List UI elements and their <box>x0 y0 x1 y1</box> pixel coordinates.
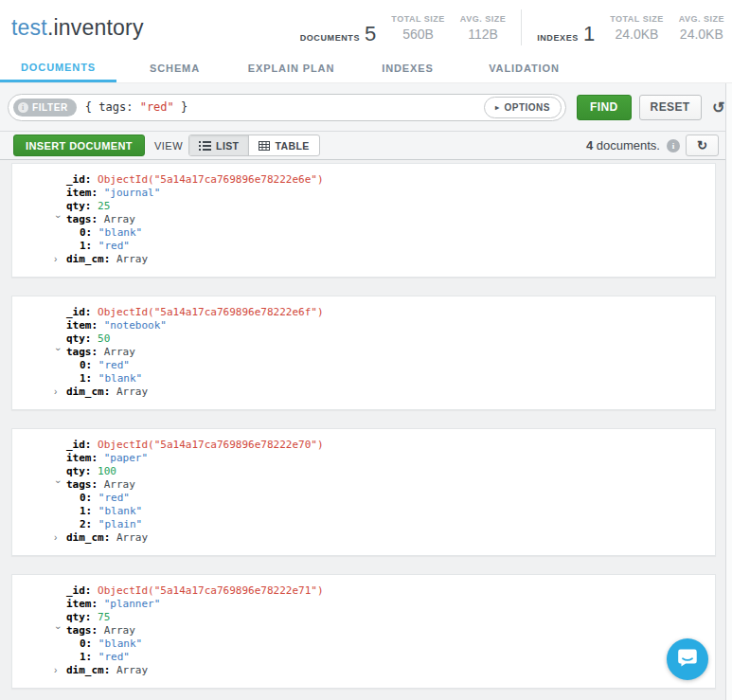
collapse-arrow-icon[interactable]: › <box>51 480 64 490</box>
page-title: test.inventory <box>11 15 144 41</box>
field-key: 0: <box>80 637 92 650</box>
field-key: 0: <box>80 359 92 371</box>
collection-header: test.inventory DOCUMENTS 5 TOTAL SIZE 56… <box>0 0 732 55</box>
collapse-arrow-icon[interactable]: › <box>51 215 64 224</box>
field-value-string[interactable]: "journal" <box>98 187 160 199</box>
field-value-array[interactable]: Array <box>98 624 135 637</box>
options-toggle-button[interactable]: ▸ OPTIONS <box>484 97 562 118</box>
field-value-array[interactable]: Array <box>110 386 148 398</box>
document-line: 0: "blank" <box>12 637 715 651</box>
view-list-button[interactable]: LIST <box>189 135 248 155</box>
vertical-scrollbar[interactable] <box>725 83 732 700</box>
field-value-array[interactable]: Array <box>110 531 148 544</box>
indexes-avg-size: 24.0KB <box>679 27 724 42</box>
document-line: ›dim_cm: Array <box>12 664 715 677</box>
collapse-arrow-icon[interactable]: › <box>51 626 64 636</box>
field-key: tags: <box>66 213 98 225</box>
field-key: dim_cm: <box>66 386 110 398</box>
document-line: 1: "blank" <box>12 505 715 518</box>
tab-documents[interactable]: DOCUMENTS <box>0 55 116 82</box>
document-line: 1: "blank" <box>12 372 715 386</box>
field-value-string[interactable]: "plain" <box>92 518 142 530</box>
field-key: _id: <box>66 439 92 451</box>
indexes-avg-size-label: AVG. SIZE <box>679 14 724 24</box>
field-value-number[interactable]: 50 <box>92 332 111 345</box>
indexes-total-size-label: TOTAL SIZE <box>610 14 664 24</box>
filter-query-text: { tags: "red" } <box>85 100 187 114</box>
field-value-array[interactable]: Array <box>110 253 148 265</box>
documents-toolbar: INSERT DOCUMENT VIEW LIST TABLE 4 docume… <box>0 132 732 160</box>
document-line: ›tags: Array <box>12 478 715 492</box>
field-key: qty: <box>66 332 92 345</box>
filter-query-input[interactable]: i FILTER { tags: "red" } ▸ OPTIONS <box>8 94 566 121</box>
field-value-objectid[interactable]: ObjectId("5a14a17ca769896e78222e70") <box>92 439 324 451</box>
chat-bubble-icon <box>676 646 699 673</box>
field-value-array[interactable]: Array <box>110 664 148 676</box>
field-key: _id: <box>66 306 92 318</box>
field-value-objectid[interactable]: ObjectId("5a14a17ca769896e78222e6e") <box>92 173 324 186</box>
document-line: 1: "red" <box>12 240 715 253</box>
find-button[interactable]: FIND <box>577 95 632 120</box>
document-line: item: "planner" <box>12 598 715 611</box>
field-key: 1: <box>80 372 92 385</box>
document-line: item: "paper" <box>12 452 715 465</box>
chat-widget-button[interactable] <box>667 638 708 680</box>
field-value-number[interactable]: 100 <box>92 465 117 477</box>
field-value-string[interactable]: "blank" <box>92 226 142 239</box>
field-key: 0: <box>80 226 92 239</box>
query-history-icon[interactable]: ↻ <box>712 99 724 117</box>
field-value-string[interactable]: "red" <box>92 359 130 371</box>
field-value-array[interactable]: Array <box>98 346 135 358</box>
document-line: ›dim_cm: Array <box>12 531 715 545</box>
field-value-string[interactable]: "planner" <box>98 598 160 610</box>
tab-indexes[interactable]: INDEXES <box>349 55 466 82</box>
document-line: ›dim_cm: Array <box>12 253 715 266</box>
document-line: _id: ObjectId("5a14a17ca769896e78222e6e"… <box>12 173 715 187</box>
document-line: _id: ObjectId("5a14a17ca769896e78222e6f"… <box>12 306 715 319</box>
document-line: item: "notebook" <box>12 319 715 332</box>
expand-arrow-icon[interactable]: › <box>54 531 63 545</box>
expand-arrow-icon[interactable]: › <box>54 386 63 399</box>
field-value-array[interactable]: Array <box>98 478 135 491</box>
document-line: item: "journal" <box>12 187 715 200</box>
expand-arrow-icon[interactable]: › <box>54 664 63 677</box>
filter-info-icon: i <box>18 102 28 113</box>
field-value-string[interactable]: "blank" <box>92 637 142 650</box>
table-view-label: TABLE <box>275 140 309 152</box>
field-key: tags: <box>66 346 98 358</box>
options-label: OPTIONS <box>504 102 550 113</box>
tab-validation[interactable]: VALIDATION <box>466 55 582 82</box>
caret-right-icon: ▸ <box>495 103 500 112</box>
count-info-icon[interactable]: i <box>667 139 680 153</box>
field-value-string[interactable]: "blank" <box>92 372 142 385</box>
field-value-number[interactable]: 25 <box>92 200 111 212</box>
tab-schema[interactable]: SCHEMA <box>116 55 233 82</box>
reset-button[interactable]: RESET <box>639 95 702 120</box>
insert-document-button[interactable]: INSERT DOCUMENT <box>13 135 145 156</box>
field-value-objectid[interactable]: ObjectId("5a14a17ca769896e78222e6f") <box>92 306 324 318</box>
field-value-string[interactable]: "notebook" <box>98 319 167 332</box>
expand-arrow-icon[interactable]: › <box>54 253 63 266</box>
field-value-objectid[interactable]: ObjectId("5a14a17ca769896e78222e71") <box>92 584 324 597</box>
field-value-string[interactable]: "red" <box>92 651 130 663</box>
document-line: ›tags: Array <box>12 213 715 226</box>
tab-explain-plan[interactable]: EXPLAIN PLAN <box>233 55 349 82</box>
refresh-documents-button[interactable]: ↻ <box>686 135 719 156</box>
field-value-string[interactable]: "red" <box>92 492 130 504</box>
view-table-button[interactable]: TABLE <box>248 135 318 155</box>
collapse-arrow-icon[interactable]: › <box>51 348 64 357</box>
field-key: item: <box>66 319 98 332</box>
list-view-label: LIST <box>216 140 239 152</box>
field-value-string[interactable]: "paper" <box>98 452 148 464</box>
document-line: 0: "red" <box>12 359 715 372</box>
field-key: tags: <box>66 624 98 637</box>
documents-avg-size: 112B <box>460 27 506 42</box>
field-value-number[interactable]: 75 <box>92 611 111 623</box>
document-line: qty: 100 <box>12 465 715 478</box>
stats-divider <box>521 9 522 45</box>
field-key: 0: <box>80 492 92 504</box>
field-value-string[interactable]: "red" <box>92 240 130 252</box>
collection-tab-bar: DOCUMENTS SCHEMA EXPLAIN PLAN INDEXES VA… <box>0 55 732 83</box>
field-value-string[interactable]: "blank" <box>92 505 142 517</box>
field-value-array[interactable]: Array <box>98 213 135 225</box>
